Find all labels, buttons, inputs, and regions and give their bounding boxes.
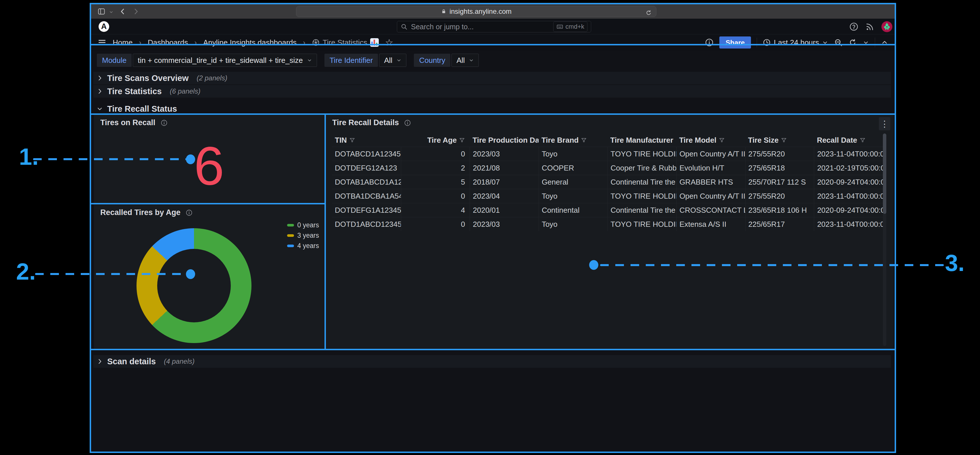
- table-cell: 275/65R18: [745, 161, 814, 175]
- module-dropdown[interactable]: tin + commercial_tire_id + tire_sidewall…: [133, 54, 317, 67]
- table-cell: 275/55R20: [745, 189, 814, 203]
- time-range-picker[interactable]: Last 24 hours: [763, 38, 828, 47]
- table-cell: DOTBA1DCBA1A5432: [332, 189, 401, 203]
- filter-country: Country All: [414, 54, 479, 67]
- avatar-robot-icon: [883, 22, 891, 31]
- column-header-tire-brand[interactable]: Tire Brand: [539, 133, 608, 147]
- dashboard-info-icon[interactable]: [705, 38, 714, 47]
- filter-tire-identifier: Tire Identifier All: [325, 54, 407, 67]
- forward-button[interactable]: [132, 8, 140, 16]
- annotation-dash-line-1: [33, 158, 186, 160]
- mega-menu-button[interactable]: [98, 38, 107, 47]
- user-avatar[interactable]: [881, 21, 892, 32]
- breadcrumb-item-dashboards[interactable]: Dashboards: [148, 38, 188, 47]
- filter-icon[interactable]: [349, 137, 355, 143]
- sidebar-toggle-button[interactable]: [97, 8, 105, 16]
- column-header-tire-model[interactable]: Tire Model: [676, 133, 745, 147]
- app-header: A Search or jump to... cmd+k: [91, 19, 895, 35]
- table-cell: COOPER: [539, 161, 608, 175]
- legend-swatch: [287, 244, 294, 247]
- table-cell: 0: [401, 147, 470, 161]
- section-scan-details[interactable]: Scan details (4 panels): [94, 355, 891, 368]
- news-feed-button[interactable]: [865, 22, 875, 31]
- scrollbar-thumb[interactable]: [883, 133, 886, 214]
- search-input[interactable]: Search or jump to... cmd+k: [397, 21, 591, 32]
- table-cell: 2023/04: [469, 189, 539, 203]
- table-cell: Extensa A/S II: [676, 217, 745, 231]
- filter-icon[interactable]: [719, 137, 725, 143]
- table-cell: 275/55R20: [745, 147, 814, 161]
- annotated-screenshot: insights.anyline.com A Search or jump to…: [0, 0, 980, 455]
- breadcrumb-item-home[interactable]: Home: [113, 38, 132, 47]
- table-cell: 0: [401, 217, 470, 231]
- annotation-dot-1: [186, 154, 195, 164]
- table-cell: 2023-11-04T00:00:00: [814, 147, 883, 161]
- table-cell: Cooper Tire & Rubber ...: [608, 161, 676, 175]
- table-cell: Continental Tire the A...: [608, 203, 676, 217]
- table-cell: 2020-09-24T04:00:00: [814, 203, 883, 217]
- anyline-logo[interactable]: A: [99, 21, 109, 32]
- legend-item[interactable]: 0 years: [287, 221, 319, 229]
- table-cell: 255/70R17 112 S: [745, 175, 814, 189]
- column-header-tire-age[interactable]: Tire Age: [401, 133, 470, 147]
- filter-icon[interactable]: [581, 137, 587, 143]
- column-header-tin[interactable]: TIN: [332, 133, 401, 147]
- annotation-dot-3: [589, 260, 598, 270]
- legend-item[interactable]: 4 years: [287, 242, 319, 250]
- column-header-tire-manufacturer[interactable]: Tire Manufacturer: [608, 133, 676, 147]
- filter-module: Module tin + commercial_tire_id + tire_s…: [97, 54, 317, 67]
- table-body: DOTABCD1A1234567 0 2023/03 Toyo TOYO TIR…: [332, 147, 883, 231]
- filter-icon[interactable]: [459, 137, 465, 143]
- country-dropdown[interactable]: All: [452, 54, 479, 67]
- info-icon[interactable]: [161, 119, 167, 126]
- panel-menu-button[interactable]: ⋮: [879, 117, 890, 130]
- favorite-star-icon[interactable]: ☆: [385, 37, 393, 48]
- sidebar-chevron-icon[interactable]: [109, 9, 113, 14]
- search-icon: [401, 23, 407, 30]
- zoom-out-time-button[interactable]: [834, 38, 843, 47]
- column-header-tire-size[interactable]: Tire Size: [745, 133, 814, 147]
- stat-value: 6: [194, 138, 224, 193]
- annotation-dash-line-3: [600, 264, 944, 266]
- table-cell: Evolution H/T: [676, 161, 745, 175]
- section-tire-scans-overview[interactable]: Tire Scans Overview (2 panels): [94, 72, 891, 84]
- column-header-production-date[interactable]: Tire Production Date: [469, 133, 539, 147]
- table-cell: 2020/01: [469, 203, 539, 217]
- filter-icon[interactable]: [781, 137, 787, 143]
- annotation-line-vertical: [325, 113, 326, 350]
- refresh-button[interactable]: [848, 38, 857, 47]
- filter-icon[interactable]: [859, 137, 865, 143]
- table-cell: 2023/03: [469, 147, 539, 161]
- back-button[interactable]: [119, 8, 127, 16]
- panel-title: Tires on Recall: [100, 118, 156, 127]
- breadcrumb-separator: ›: [303, 38, 305, 47]
- annotation-line-header: [90, 44, 896, 45]
- info-icon[interactable]: [186, 209, 192, 216]
- table-cell: DOTD1ABCD1234567: [332, 217, 401, 231]
- help-button[interactable]: [849, 22, 858, 31]
- dashboard-toolbar: Home › Dashboards › Anyline Insights das…: [91, 35, 895, 51]
- info-icon[interactable]: [404, 119, 411, 126]
- bar-chart-emoji-icon: [370, 38, 379, 47]
- table-cell: CROSSCONTACT LX S...: [676, 203, 745, 217]
- table-cell: 2020-09-24T04:00:00: [814, 175, 883, 189]
- table-cell: General: [539, 175, 608, 189]
- breadcrumb-item-folder[interactable]: Anyline Insights dashboards: [203, 38, 297, 47]
- reload-button[interactable]: [645, 8, 652, 16]
- tire-identifier-dropdown[interactable]: All: [379, 54, 406, 67]
- table-cell: Continental: [539, 203, 608, 217]
- table-cell: 2023-11-04T00:00:00: [814, 217, 883, 231]
- table-cell: Toyo: [539, 147, 608, 161]
- panel-title: Tire Recall Details: [332, 118, 399, 127]
- address-bar[interactable]: insights.anyline.com: [296, 6, 656, 17]
- column-header-recall-date[interactable]: Recall Date: [814, 133, 883, 147]
- section-tire-statistics[interactable]: Tire Statistics (6 panels): [94, 85, 891, 98]
- table-cell: Toyo: [539, 189, 608, 203]
- keyboard-icon: [557, 23, 563, 30]
- shortcut-badge: cmd+k: [553, 22, 587, 32]
- filter-label: Module: [97, 54, 132, 67]
- table-cell: 2021/08: [469, 161, 539, 175]
- share-button[interactable]: Share: [719, 36, 751, 49]
- dashboard-controls: Share Last 24 hours: [705, 35, 888, 51]
- legend-item[interactable]: 3 years: [287, 231, 319, 239]
